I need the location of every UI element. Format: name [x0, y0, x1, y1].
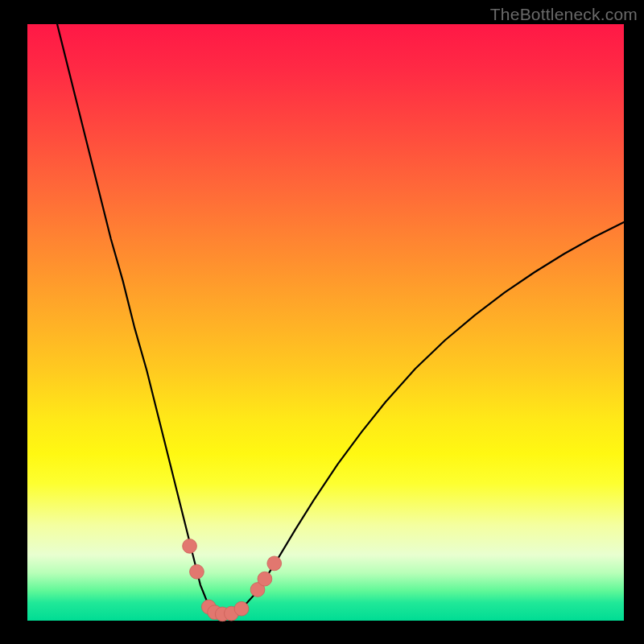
watermark-text: TheBottleneck.com	[490, 5, 638, 24]
curve-marker	[183, 539, 197, 553]
curve-marker	[267, 556, 282, 571]
curve-marker	[258, 572, 272, 586]
curve-svg	[27, 24, 624, 621]
curve-marker	[234, 601, 249, 616]
chart-frame: TheBottleneck.com	[0, 0, 644, 644]
curve-markers	[183, 539, 282, 621]
bottleneck-curve	[57, 24, 624, 614]
plot-area	[27, 24, 624, 621]
curve-marker	[190, 564, 204, 579]
